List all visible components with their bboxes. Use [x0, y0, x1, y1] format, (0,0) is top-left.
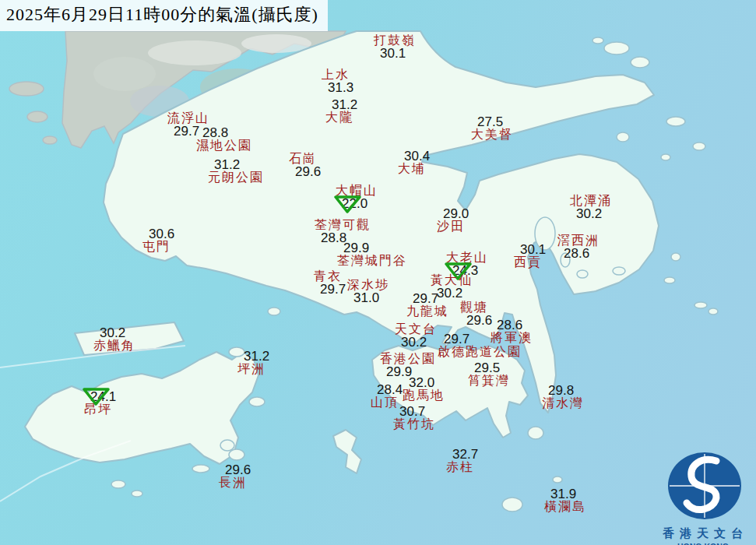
station-打鼓嶺: 打鼓嶺30.1: [374, 34, 416, 60]
station-temperature: 31.2: [332, 98, 357, 111]
station-name: 大埔: [398, 163, 430, 175]
station-name: 濕地公園: [196, 139, 252, 152]
station-name: 打鼓嶺: [374, 34, 416, 47]
station-temperature: 29.8: [548, 384, 584, 397]
station-name: 北潭涌: [570, 195, 612, 207]
station-name: 青衣: [314, 270, 346, 283]
station-天文台: 天文台30.2: [395, 323, 437, 349]
station-temperature: 28.6: [564, 247, 600, 260]
station-name: 筲箕灣: [468, 374, 510, 387]
station-temperature: 29.6: [225, 463, 251, 476]
station-temperature: 29.6: [295, 165, 321, 178]
station-temperature: 29.7: [444, 332, 522, 346]
station-name: 深水埗: [347, 279, 389, 291]
station-大帽山: 大帽山22.0: [336, 185, 378, 210]
station-name: 天文台: [395, 323, 437, 336]
station-name: 坪洲: [237, 363, 269, 375]
station-name: 九龍城: [406, 305, 448, 318]
station-name: 觀塘: [460, 301, 492, 314]
station-name: 清水灣: [542, 397, 584, 410]
hko-logo-english: HONG KONG OBSERVATORY: [651, 542, 755, 545]
station-深水埗: 深水埗31.0: [347, 279, 389, 304]
station-赤鱲角: 30.2赤鱲角: [93, 326, 135, 352]
station-name: 赤柱: [446, 461, 478, 473]
station-temperature: 22.0: [342, 197, 378, 210]
station-temperature: 31.3: [328, 81, 353, 94]
station-temperature: 30.2: [401, 336, 437, 349]
station-大美督: 27.5大美督: [471, 115, 513, 141]
station-沙田: 29.0沙田: [437, 207, 469, 233]
station-name: 長洲: [219, 476, 251, 489]
station-跑馬地: 32.0跑馬地: [403, 376, 445, 402]
station-大埔: 30.4大埔: [398, 149, 430, 175]
station-黃竹坑: 30.7黃竹坑: [393, 405, 435, 431]
station-筲箕灣: 29.5筲箕灣: [468, 361, 510, 387]
station-啟德跑道公園: 29.7啟德跑道公園: [438, 332, 522, 358]
station-temperature: 29.7: [413, 292, 448, 305]
station-元朗公園: 31.2元朗公園: [208, 158, 264, 184]
stations-layer: 打鼓嶺30.1上水31.331.2大隴流浮山29.728.8濕地公園31.2元朗…: [0, 0, 756, 545]
station-temperature: 29.9: [343, 241, 407, 255]
station-上水: 上水31.3: [322, 69, 353, 94]
station-name: 荃灣城門谷: [337, 255, 407, 267]
station-name: 石崗: [289, 153, 321, 165]
hko-logo-icon: [651, 450, 755, 522]
station-長洲: 29.6長洲: [219, 463, 251, 489]
station-name: 黃竹坑: [393, 418, 435, 431]
station-temperature: 28.4: [377, 383, 403, 396]
station-name: 大帽山: [336, 185, 378, 197]
station-橫瀾島: 31.9橫瀾島: [544, 487, 586, 513]
station-name: 大老山: [446, 251, 488, 264]
station-name: 西貢: [514, 256, 546, 269]
station-觀塘: 觀塘29.6: [460, 301, 492, 327]
station-name: 大美督: [471, 128, 513, 141]
map-title: 2025年6月29日11時00分的氣溫(攝氏度): [0, 0, 328, 31]
station-name: 橫瀾島: [544, 501, 586, 513]
station-西貢: 30.1西貢: [514, 243, 546, 269]
station-name: 香港公園: [380, 353, 436, 365]
station-temperature: 31.0: [353, 291, 389, 304]
station-temperature: 29.6: [466, 314, 492, 327]
hko-logo-chinese: 香港天文台: [656, 526, 755, 541]
station-temperature: 32.0: [409, 376, 445, 389]
station-昂坪: 24.1昂坪: [84, 390, 116, 416]
station-temperature: 29.0: [443, 207, 469, 220]
station-name: 屯門: [142, 241, 174, 253]
temperature-map: 打鼓嶺30.1上水31.331.2大隴流浮山29.728.8濕地公園31.2元朗…: [0, 0, 756, 545]
station-北潭涌: 北潭涌30.2: [570, 195, 612, 220]
station-屯門: 30.6屯門: [142, 227, 174, 253]
station-濕地公園: 28.8濕地公園: [196, 126, 252, 152]
station-大隴: 31.2大隴: [325, 98, 357, 124]
station-name: 大隴: [325, 111, 357, 124]
station-name: 啟德跑道公園: [438, 346, 522, 358]
station-name: 荃灣可觀: [315, 219, 371, 231]
station-temperature: 30.2: [100, 326, 135, 339]
station-temperature: 32.7: [452, 448, 478, 461]
station-name: 上水: [322, 69, 353, 81]
hko-logo: 香港天文台 HONG KONG OBSERVATORY: [651, 450, 755, 545]
station-temperature: 30.7: [399, 405, 435, 418]
station-name: 沙田: [437, 220, 469, 233]
station-赤柱: 32.7赤柱: [446, 448, 478, 473]
station-name: 昂坪: [84, 403, 116, 416]
station-temperature: 29.7: [320, 283, 346, 296]
station-九龍城: 29.7九龍城: [406, 292, 448, 318]
station-name: 流浮山: [167, 112, 209, 125]
station-name: 滘西洲: [557, 234, 600, 247]
station-name: 跑馬地: [403, 389, 445, 402]
station-temperature: 30.4: [404, 149, 430, 163]
station-temperature: 24.1: [90, 390, 116, 403]
station-坪洲: 31.2坪洲: [237, 350, 269, 375]
station-name: 元朗公園: [208, 171, 264, 184]
station-temperature: 30.1: [380, 47, 416, 60]
station-temperature: 30.6: [149, 227, 174, 241]
station-滘西洲: 滘西洲28.6: [557, 234, 600, 260]
station-temperature: 30.2: [576, 207, 612, 220]
station-temperature: 28.6: [497, 318, 533, 332]
station-青衣: 青衣29.7: [314, 270, 346, 296]
station-荃灣城門谷: 29.9荃灣城門谷: [337, 241, 407, 267]
station-temperature: 31.2: [214, 158, 264, 171]
station-temperature: 31.9: [550, 487, 586, 501]
station-temperature: 28.8: [202, 126, 252, 139]
station-石崗: 石崗29.6: [289, 153, 321, 178]
